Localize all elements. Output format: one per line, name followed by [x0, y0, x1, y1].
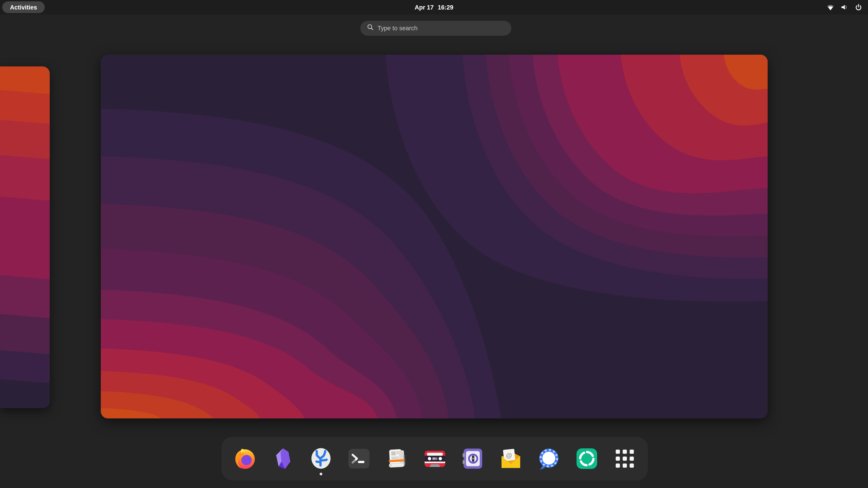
cassette-player-icon[interactable] [423, 447, 446, 470]
running-indicator-dot [319, 473, 322, 475]
wallpaper-contour-art [101, 55, 768, 418]
dash-dock: NEWS [221, 437, 648, 480]
volume-icon[interactable] [840, 3, 848, 11]
signal-messenger-icon[interactable] [537, 447, 560, 470]
clock-date: Apr 17 [414, 4, 434, 11]
news-reader-icon[interactable]: NEWS [385, 447, 408, 470]
system-status-area[interactable] [827, 0, 863, 14]
obsidian-icon[interactable] [271, 447, 294, 470]
wifi-icon[interactable] [827, 3, 835, 11]
search-input[interactable]: Type to search [360, 21, 511, 36]
element-chat-icon[interactable] [575, 447, 598, 470]
search-placeholder: Type to search [377, 25, 417, 32]
clock-time: 16:29 [438, 4, 454, 11]
top-bar: Activities Apr 17 16:29 [0, 0, 868, 14]
svg-text:@: @ [505, 452, 512, 459]
search-icon [367, 24, 374, 33]
terminal-icon[interactable] [347, 447, 370, 470]
workspace-preview-current[interactable] [101, 55, 768, 418]
gnome-activities-overview: Activities Apr 17 16:29 [0, 0, 868, 488]
workspace-preview-previous[interactable] [0, 66, 50, 408]
show-apps-grid-icon[interactable] [613, 447, 636, 470]
power-icon[interactable] [855, 3, 863, 11]
firefox-browser-icon[interactable] [233, 447, 256, 470]
wallpaper-contour-art-edge [0, 66, 50, 408]
coral-app-icon[interactable] [309, 447, 333, 470]
email-icon[interactable]: @ [499, 447, 522, 470]
password-safe-icon[interactable] [461, 447, 485, 470]
clock-button[interactable]: Apr 17 16:29 [0, 0, 868, 14]
